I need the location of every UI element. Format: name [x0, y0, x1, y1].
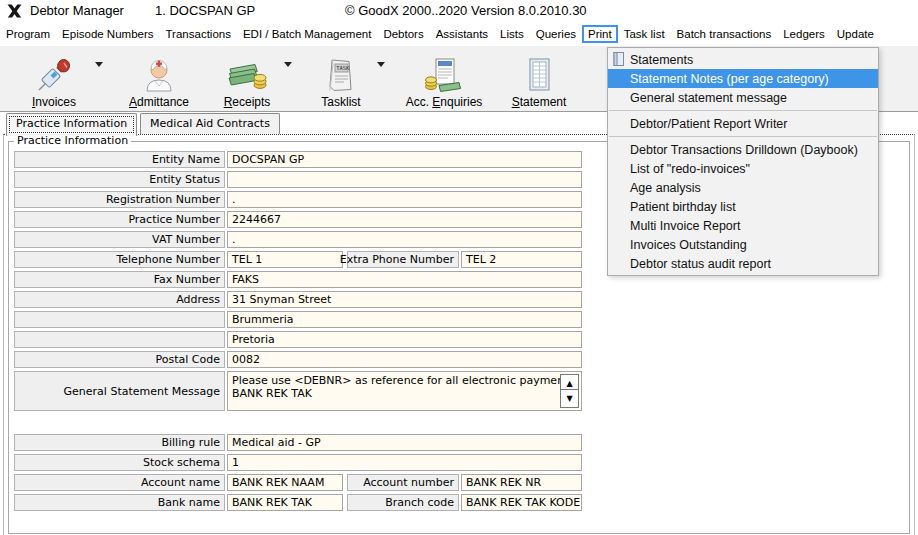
- acc-enquiries-button[interactable]: Acc. Enquiries: [399, 49, 489, 109]
- version-text: © GoodX 2000..2020 Version 8.0.2010.30: [345, 3, 587, 18]
- form-row: Brummeria: [14, 311, 904, 328]
- menubar-item-lists[interactable]: Lists: [494, 25, 530, 43]
- print-menu-item-patient-birthday-list[interactable]: Patient birthday list: [608, 197, 878, 216]
- form-row: Pretoria: [14, 331, 904, 348]
- form-row: Account name BANK REK NAAM Account numbe…: [14, 474, 904, 491]
- field-practice-number[interactable]: 2244667: [227, 211, 582, 228]
- print-menu-item-debtor-patient-report-writer[interactable]: Debtor/Patient Report Writer: [608, 114, 878, 133]
- form-row: Stock schema 1: [14, 454, 904, 471]
- statement-icon: [521, 55, 557, 95]
- field-label: Stock schema: [14, 454, 225, 471]
- form-row: Address 31 Snyman Street: [14, 291, 904, 308]
- invoices-button-label: Invoices: [32, 95, 76, 109]
- print-menu-item-invoices-outstanding[interactable]: Invoices Outstanding: [608, 235, 878, 254]
- menubar-item-edi-batch-management[interactable]: EDI / Batch Management: [237, 25, 377, 43]
- menubar-item-assistants[interactable]: Assistants: [430, 25, 494, 43]
- menu-separator: [609, 136, 877, 137]
- receipts-icon: [225, 55, 269, 95]
- field-label: Extra Phone Number: [347, 251, 459, 268]
- menu-separator: [609, 110, 877, 111]
- spinner-down-icon[interactable]: ▼: [560, 389, 579, 408]
- admittance-button-label: Admittance: [129, 95, 189, 109]
- field-vat-number[interactable]: .: [227, 231, 582, 248]
- field-general-statement-message[interactable]: Please use <DEBNR> as reference for all …: [227, 371, 582, 411]
- menubar-item-debtors[interactable]: Debtors: [377, 25, 429, 43]
- acc-enquiries-button-label: Acc. Enquiries: [406, 95, 483, 109]
- print-menu-item-age-analysis[interactable]: Age analysis: [608, 178, 878, 197]
- statement-doc-icon: [613, 52, 625, 66]
- field-label: Entity Status: [14, 171, 225, 188]
- field-label: Address: [14, 291, 225, 308]
- goodx-logo-icon: [7, 4, 22, 18]
- field-branch-code[interactable]: BANK REK TAK KODE: [461, 494, 582, 511]
- menubar-item-transactions[interactable]: Transactions: [160, 25, 237, 43]
- print-menu-item-multi-invoice-report[interactable]: Multi Invoice Report: [608, 216, 878, 235]
- tasklist-button-label: Tasklist: [321, 95, 360, 109]
- field-label: General Statement Message: [14, 371, 225, 411]
- menubar-item-program[interactable]: Program: [0, 25, 56, 43]
- field-label: Billing rule: [14, 434, 225, 451]
- field-label: Entity Name: [14, 151, 225, 168]
- field-billing-rule[interactable]: Medical aid - GP: [227, 434, 582, 451]
- field-stock-schema[interactable]: 1: [227, 454, 582, 471]
- tasklist-button[interactable]: TASK Tasklist: [310, 49, 372, 109]
- menubar-item-update[interactable]: Update: [831, 25, 880, 43]
- print-menu-item-list-of-redo-invoices[interactable]: List of "redo-invoices": [608, 159, 878, 178]
- menubar-item-episode-numbers[interactable]: Episode Numbers: [56, 25, 159, 43]
- form-row: Billing rule Medical aid - GP: [14, 434, 904, 451]
- field-label: Bank name: [14, 494, 225, 511]
- field-registration-number[interactable]: .: [227, 191, 582, 208]
- print-menu-item-debtor-transactions-drilldown-daybook[interactable]: Debtor Transactions Drilldown (Daybook): [608, 140, 878, 159]
- title-bar: Debtor Manager 1. DOCSPAN GP © GoodX 200…: [0, 0, 918, 22]
- field-bank-name[interactable]: BANK REK TAK: [227, 494, 343, 511]
- field-value[interactable]: Brummeria: [227, 311, 582, 328]
- print-menu-item-debtor-status-audit-report[interactable]: Debtor status audit report: [608, 254, 878, 273]
- entity-title: 1. DOCSPAN GP: [155, 3, 255, 18]
- field-label: Registration Number: [14, 191, 225, 208]
- svg-text:TASK: TASK: [336, 65, 350, 71]
- field-fax-number[interactable]: FAKS: [227, 271, 582, 288]
- field-label: Telephone Number: [14, 251, 225, 268]
- invoices-icon: [34, 55, 74, 95]
- field-label: [14, 331, 225, 348]
- print-menu-item-general-statement-message[interactable]: General statement message: [608, 88, 878, 107]
- field-value[interactable]: Pretoria: [227, 331, 582, 348]
- statement-button[interactable]: Statement: [505, 49, 573, 109]
- invoices-dropdown-arrow-icon[interactable]: [95, 62, 103, 67]
- invoices-button[interactable]: Invoices: [18, 49, 90, 109]
- field-account-name[interactable]: BANK REK NAAM: [227, 474, 343, 491]
- field-label: Account name: [14, 474, 225, 491]
- menubar-item-task-list[interactable]: Task list: [618, 25, 671, 43]
- field-postal-code[interactable]: 0082: [227, 351, 582, 368]
- receipts-dropdown-arrow-icon[interactable]: [284, 62, 292, 67]
- field-label: Practice Number: [14, 211, 225, 228]
- form-row: Bank name BANK REK TAK Branch code BANK …: [14, 494, 904, 511]
- tab-strip: Practice Information Medical Aid Contrac…: [6, 113, 283, 136]
- field-label: Postal Code: [14, 351, 225, 368]
- menu-bar: ProgramEpisode NumbersTransactionsEDI / …: [0, 22, 918, 46]
- field-account-number[interactable]: BANK REK NR: [461, 474, 582, 491]
- tab-practice-information[interactable]: Practice Information: [6, 113, 137, 136]
- print-menu-item-statements[interactable]: Statements: [608, 50, 878, 69]
- field-entity-name[interactable]: DOCSPAN GP: [227, 151, 582, 168]
- field-telephone-number[interactable]: TEL 1: [227, 251, 343, 268]
- field-extra-phone-number[interactable]: TEL 2: [461, 251, 582, 268]
- admittance-button[interactable]: Admittance: [117, 49, 201, 109]
- tasklist-icon: TASK: [323, 55, 359, 95]
- tasklist-dropdown-arrow-icon[interactable]: [377, 62, 385, 67]
- tab-medical-aid-contracts[interactable]: Medical Aid Contracts: [140, 113, 280, 134]
- field-label: [14, 311, 225, 328]
- field-label: VAT Number: [14, 231, 225, 248]
- field-address[interactable]: 31 Snyman Street: [227, 291, 582, 308]
- receipts-button[interactable]: Receipts: [215, 49, 279, 109]
- menubar-item-print[interactable]: Print: [582, 25, 618, 43]
- menubar-item-batch-transactions[interactable]: Batch transactions: [671, 25, 778, 43]
- form-row: Postal Code 0082: [14, 351, 904, 368]
- statement-button-label: Statement: [512, 95, 567, 109]
- menubar-item-queries[interactable]: Queries: [530, 25, 582, 43]
- menubar-item-ledgers[interactable]: Ledgers: [777, 25, 831, 43]
- print-menu-item-statement-notes-per-age-category[interactable]: Statement Notes (per age category): [608, 69, 878, 88]
- app-title: Debtor Manager: [30, 3, 124, 18]
- field-entity-status[interactable]: [227, 171, 582, 188]
- acc-enquiries-icon: [422, 55, 466, 95]
